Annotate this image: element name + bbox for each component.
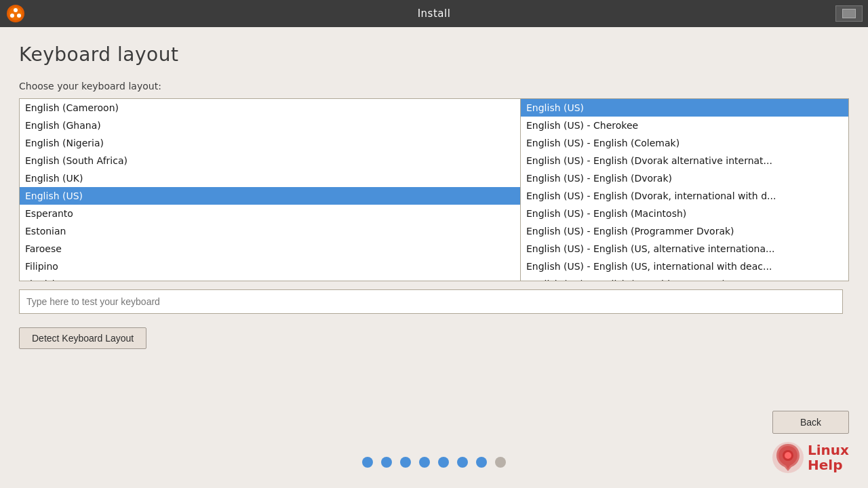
list-item[interactable]: English (US) - English (Dvorak)	[521, 169, 848, 187]
list-item[interactable]: English (Nigeria)	[20, 134, 520, 152]
progress-indicator	[362, 457, 506, 468]
list-item[interactable]: English (US) - English (US, alternative …	[521, 240, 848, 258]
progress-dot	[495, 457, 506, 468]
list-item[interactable]: English (US) - English (Dvorak alternati…	[521, 152, 848, 169]
keyboard-test-input[interactable]	[19, 289, 843, 314]
progress-dot	[457, 457, 468, 468]
list-item[interactable]: English (US) - English (Dvorak, internat…	[521, 187, 848, 205]
list-item[interactable]: English (US) - English (Macintosh)	[521, 205, 848, 222]
list-item[interactable]: Estonian	[20, 222, 520, 240]
progress-dot	[362, 457, 373, 468]
linuxhelp-logo: Linux Help	[771, 441, 849, 474]
list-item[interactable]: Filipino	[20, 258, 520, 275]
logo-help-text: Help	[808, 458, 849, 472]
title-bar: Install	[0, 0, 868, 27]
progress-dot	[476, 457, 487, 468]
window-controls	[835, 5, 863, 22]
variant-list[interactable]: English (US)English (US) - CherokeeEngli…	[521, 98, 849, 281]
window-title: Install	[418, 7, 451, 20]
svg-point-7	[785, 452, 791, 459]
list-item[interactable]: English (Ghana)	[20, 117, 520, 134]
list-item[interactable]: English (US) - Cherokee	[521, 117, 848, 134]
page-title: Keyboard layout	[19, 43, 849, 66]
svg-point-4	[17, 14, 21, 18]
list-item[interactable]: Finnish	[20, 275, 520, 281]
list-item[interactable]: English (US) - English (US, with euro on…	[521, 275, 848, 281]
list-item[interactable]: English (South Africa)	[20, 152, 520, 169]
progress-dot	[438, 457, 449, 468]
list-item[interactable]: English (UK)	[20, 169, 520, 187]
list-item[interactable]: English (Cameroon)	[20, 99, 520, 117]
list-item[interactable]: English (US) - English (US, internationa…	[521, 258, 848, 275]
language-list[interactable]: English (Cameroon)English (Ghana)English…	[19, 98, 521, 281]
detect-keyboard-button[interactable]: Detect Keyboard Layout	[19, 327, 146, 349]
progress-dot	[400, 457, 411, 468]
logo-linux-text: Linux	[808, 443, 849, 458]
svg-point-3	[10, 14, 14, 18]
back-button[interactable]: Back	[772, 411, 849, 434]
list-item[interactable]: English (US)	[20, 187, 520, 205]
installer-icon	[5, 3, 26, 24]
layout-lists: English (Cameroon)English (Ghana)English…	[19, 98, 849, 281]
main-content: Keyboard layout Choose your keyboard lay…	[0, 27, 868, 488]
list-item[interactable]: Faroese	[20, 240, 520, 258]
list-item[interactable]: Esperanto	[20, 205, 520, 222]
list-item[interactable]: English (US) - English (Programmer Dvora…	[521, 222, 848, 240]
svg-point-2	[14, 8, 18, 12]
test-input-wrapper	[19, 289, 843, 321]
progress-dot	[419, 457, 430, 468]
list-item[interactable]: English (US) - English (Colemak)	[521, 134, 848, 152]
list-item[interactable]: English (US)	[521, 99, 848, 117]
progress-dot	[381, 457, 392, 468]
subtitle-label: Choose your keyboard layout:	[19, 81, 849, 92]
